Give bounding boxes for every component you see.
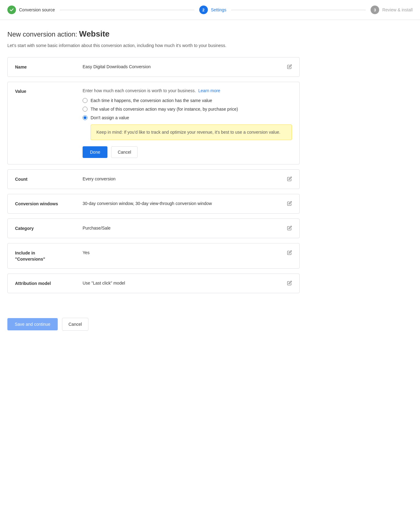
name-edit[interactable] [282, 64, 292, 70]
learn-more-link[interactable]: Learn more [198, 88, 220, 93]
attribution-model-row: Attribution model Use "Last click" model [8, 274, 299, 293]
value-label-row: Value Enter how much each conversion is … [15, 88, 292, 158]
value-cancel-button[interactable]: Cancel [111, 146, 138, 158]
include-in-conversions-edit-icon[interactable] [287, 250, 292, 256]
attribution-model-label: Attribution model [15, 280, 83, 287]
done-button[interactable]: Done [83, 146, 107, 158]
name-value: Easy Digital Downloads Conversion [83, 64, 282, 69]
step-review-install: 3 Review & install [371, 6, 413, 14]
main-content: New conversion action: Website Let's sta… [0, 20, 307, 310]
radio-no-value-label: Don't assign a value [91, 115, 129, 120]
category-section: Category Purchase/Sale [7, 219, 300, 238]
name-section: Name Easy Digital Downloads Conversion [7, 57, 300, 77]
step-settings: 2 Settings [199, 6, 227, 14]
value-content: Enter how much each conversion is worth … [83, 88, 292, 158]
conversion-windows-row: Conversion windows 30-day conversion win… [8, 194, 299, 213]
value-warning-box: Keep in mind: If you'd like to track and… [91, 124, 292, 140]
category-value: Purchase/Sale [83, 225, 282, 230]
count-edit-icon[interactable] [287, 176, 292, 183]
step-label-2: Settings [211, 7, 227, 12]
include-in-conversions-value: Yes [83, 250, 282, 255]
value-section: Value Enter how much each conversion is … [7, 82, 300, 164]
category-row: Category Purchase/Sale [8, 219, 299, 238]
radio-variable-value-input[interactable] [83, 107, 88, 112]
step-circle-1 [7, 6, 16, 14]
value-label: Value [15, 88, 83, 94]
radio-no-value[interactable]: Don't assign a value [83, 115, 292, 120]
step-connector-2 [231, 10, 366, 10]
radio-same-value[interactable]: Each time it happens, the conversion act… [83, 98, 292, 103]
category-edit[interactable] [282, 225, 292, 232]
conversion-windows-edit-icon[interactable] [287, 201, 292, 207]
value-section-content: Value Enter how much each conversion is … [8, 82, 299, 164]
value-button-row: Done Cancel [83, 146, 292, 158]
bottom-actions: Save and continue Cancel [0, 310, 420, 343]
name-edit-icon[interactable] [287, 64, 292, 70]
step-circle-2: 2 [199, 6, 208, 14]
conversion-windows-edit[interactable] [282, 200, 292, 207]
attribution-model-edit[interactable] [282, 280, 292, 287]
attribution-model-edit-icon[interactable] [287, 281, 292, 287]
include-in-conversions-label: Include in"Conversions" [15, 250, 83, 262]
stepper: Conversion source 2 Settings 3 Review & … [0, 0, 420, 20]
name-label: Name [15, 64, 83, 70]
step-label-3: Review & install [382, 7, 413, 12]
count-section: Count Every conversion [7, 169, 300, 189]
step-label-1: Conversion source [19, 7, 55, 12]
include-in-conversions-row: Include in"Conversions" Yes [8, 243, 299, 268]
radio-variable-value-label: The value of this conversion action may … [91, 107, 238, 112]
radio-same-value-label: Each time it happens, the conversion act… [91, 98, 212, 103]
radio-no-value-input[interactable] [83, 115, 88, 120]
count-value: Every conversion [83, 176, 282, 181]
conversion-windows-label: Conversion windows [15, 200, 83, 207]
name-row: Name Easy Digital Downloads Conversion [8, 57, 299, 77]
radio-same-value-input[interactable] [83, 98, 88, 103]
include-in-conversions-edit[interactable] [282, 250, 292, 256]
step-circle-3: 3 [371, 6, 379, 14]
bottom-cancel-button[interactable]: Cancel [62, 318, 88, 331]
value-description: Enter how much each conversion is worth … [83, 88, 292, 93]
count-row: Count Every conversion [8, 170, 299, 189]
category-label: Category [15, 225, 83, 232]
checkmark-icon [10, 8, 14, 12]
step-conversion-source: Conversion source [7, 6, 55, 14]
save-and-continue-button[interactable]: Save and continue [7, 318, 58, 330]
conversion-windows-section: Conversion windows 30-day conversion win… [7, 194, 300, 214]
attribution-model-section: Attribution model Use "Last click" model [7, 274, 300, 293]
radio-variable-value[interactable]: The value of this conversion action may … [83, 107, 292, 112]
conversion-windows-value: 30-day conversion window, 30-day view-th… [83, 200, 282, 206]
count-label: Count [15, 176, 83, 183]
page-title: New conversion action: Website [7, 29, 300, 39]
count-edit[interactable] [282, 176, 292, 183]
page-subtitle: Let's start with some basic information … [7, 43, 300, 48]
include-in-conversions-section: Include in"Conversions" Yes [7, 243, 300, 269]
step-connector-1 [60, 10, 194, 10]
category-edit-icon[interactable] [287, 226, 292, 232]
attribution-model-value: Use "Last click" model [83, 280, 282, 286]
